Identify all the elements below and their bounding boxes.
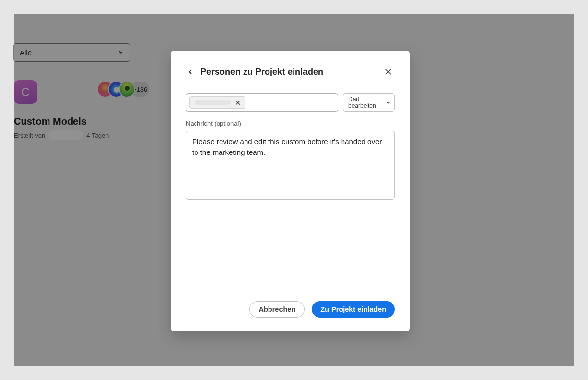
cancel-button[interactable]: Abbrechen <box>249 301 305 318</box>
message-label: Nachricht (optional) <box>186 120 395 127</box>
chevron-down-icon <box>386 100 391 105</box>
modal-title: Personen zu Projekt einladen <box>200 67 375 77</box>
modal-header: Personen zu Projekt einladen <box>186 65 395 78</box>
chevron-left-icon <box>186 68 194 76</box>
invitee-input[interactable]: ✕ <box>186 93 338 112</box>
invite-button[interactable]: Zu Projekt einladen <box>312 301 395 318</box>
close-button[interactable] <box>381 65 395 78</box>
message-textarea[interactable] <box>186 131 395 200</box>
modal-footer: Abbrechen Zu Projekt einladen <box>186 301 395 318</box>
close-icon <box>384 67 392 76</box>
back-button[interactable] <box>186 67 195 76</box>
permission-selected: Darf bearbeiten <box>348 96 386 109</box>
invite-modal: Personen zu Projekt einladen ✕ Darf bear… <box>171 51 410 331</box>
invitee-name-placeholder <box>195 100 231 105</box>
invite-row: ✕ Darf bearbeiten <box>186 93 395 112</box>
invitee-chip[interactable]: ✕ <box>189 96 245 109</box>
remove-chip-button[interactable]: ✕ <box>234 99 242 106</box>
permission-dropdown[interactable]: Darf bearbeiten <box>343 93 395 112</box>
